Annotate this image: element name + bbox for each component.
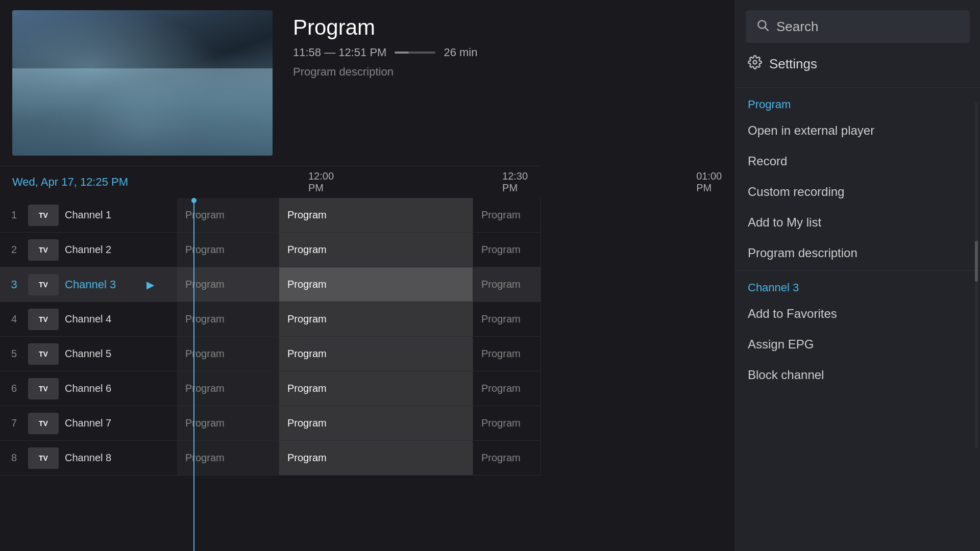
program-current-4[interactable]: Program bbox=[279, 302, 473, 336]
menu-item-program-description[interactable]: Program description bbox=[736, 238, 980, 268]
play-icon-3: ▶ bbox=[146, 279, 161, 291]
channel-name-4: Channel 4 bbox=[65, 313, 146, 325]
programs-area-7: ProgramProgramProgram bbox=[177, 406, 541, 440]
scrollbar-thumb[interactable] bbox=[975, 241, 978, 282]
channel-row-4[interactable]: 4TVChannel 4ProgramProgramProgram bbox=[0, 302, 541, 337]
panel-divider-2 bbox=[736, 270, 980, 271]
channel-name-1: Channel 1 bbox=[65, 209, 146, 221]
channel-icon-5: TV bbox=[28, 343, 59, 365]
svg-line-1 bbox=[765, 28, 768, 31]
programs-area-8: ProgramProgramProgram bbox=[177, 441, 541, 475]
menu-item-add-to-list[interactable]: Add to My list bbox=[736, 207, 980, 238]
channel-row-7[interactable]: 7TVChannel 7ProgramProgramProgram bbox=[0, 406, 541, 441]
program-time: 11:58 — 12:51 PM bbox=[293, 46, 386, 59]
program-description-top: Program description bbox=[293, 65, 478, 79]
program-current-6[interactable]: Program bbox=[279, 371, 473, 406]
program-current-5[interactable]: Program bbox=[279, 337, 473, 371]
programs-area-3: ProgramProgramProgram bbox=[177, 267, 541, 302]
program-future-5[interactable]: Program bbox=[473, 337, 541, 371]
program-past-8[interactable]: Program bbox=[177, 441, 279, 475]
channel-row-8[interactable]: 8TVChannel 8ProgramProgramProgram bbox=[0, 441, 541, 475]
menu-item-open-external[interactable]: Open in external player bbox=[736, 115, 980, 146]
channel-num-3: 3 bbox=[0, 278, 28, 291]
program-past-7[interactable]: Program bbox=[177, 406, 279, 440]
search-icon bbox=[756, 18, 769, 35]
program-future-6[interactable]: Program bbox=[473, 371, 541, 406]
channel-icon-3: TV bbox=[28, 274, 59, 295]
channel-name-8: Channel 8 bbox=[65, 452, 146, 464]
channel-row-2[interactable]: 2TVChannel 2ProgramProgramProgram bbox=[0, 233, 541, 267]
channel-num-2: 2 bbox=[0, 244, 28, 256]
channel-icon-7: TV bbox=[28, 413, 59, 434]
program-future-2[interactable]: Program bbox=[473, 233, 541, 267]
time-marker-0100: 01:00 PM bbox=[696, 170, 722, 194]
program-future-8[interactable]: Program bbox=[473, 441, 541, 475]
channel-name-3: Channel 3 bbox=[65, 278, 146, 291]
section-header-program: Program bbox=[736, 90, 980, 115]
channel-row-3[interactable]: 3TVChannel 3▶ProgramProgramProgram bbox=[0, 267, 541, 302]
program-duration: 26 min bbox=[444, 46, 477, 59]
time-marker-1200: 12:00 PM bbox=[308, 170, 334, 194]
channel-icon-6: TV bbox=[28, 378, 59, 399]
top-area: Program 11:58 — 12:51 PM 26 min Program … bbox=[0, 0, 541, 166]
time-marker-1230: 12:30 PM bbox=[502, 170, 528, 194]
programs-area-2: ProgramProgramProgram bbox=[177, 233, 541, 267]
timeline-needle bbox=[193, 198, 194, 551]
channel-num-7: 7 bbox=[0, 417, 28, 429]
search-box[interactable]: Search bbox=[746, 10, 970, 43]
menu-item-block-channel[interactable]: Block channel bbox=[736, 360, 980, 390]
current-datetime: Wed, Apr 17, 12:25 PM bbox=[12, 176, 206, 189]
programs-area-5: ProgramProgramProgram bbox=[177, 337, 541, 371]
channel-row-5[interactable]: 5TVChannel 5ProgramProgramProgram bbox=[0, 337, 541, 371]
channel-num-8: 8 bbox=[0, 452, 28, 464]
program-past-6[interactable]: Program bbox=[177, 371, 279, 406]
program-title: Program bbox=[293, 15, 478, 40]
program-future-7[interactable]: Program bbox=[473, 406, 541, 440]
program-past-3[interactable]: Program bbox=[177, 267, 279, 302]
menu-item-assign-epg[interactable]: Assign EPG bbox=[736, 329, 980, 360]
program-info: Program 11:58 — 12:51 PM 26 min Program … bbox=[293, 10, 478, 79]
channel-icon-4: TV bbox=[28, 309, 59, 330]
channel-name-6: Channel 6 bbox=[65, 383, 146, 394]
program-current-2[interactable]: Program bbox=[279, 233, 473, 267]
main-content: Program 11:58 — 12:51 PM 26 min Program … bbox=[0, 0, 541, 551]
channel-num-4: 4 bbox=[0, 313, 28, 325]
time-progress-bar bbox=[395, 52, 435, 54]
programs-area-6: ProgramProgramProgram bbox=[177, 371, 541, 406]
search-label: Search bbox=[776, 19, 818, 35]
svg-point-2 bbox=[753, 61, 757, 64]
settings-row[interactable]: Settings bbox=[736, 47, 980, 81]
menu-item-add-favorites[interactable]: Add to Favorites bbox=[736, 298, 980, 329]
menu-item-record[interactable]: Record bbox=[736, 146, 980, 177]
section-header-channel: Channel 3 bbox=[736, 273, 980, 298]
right-panel: Search Settings Program Open in external… bbox=[735, 0, 980, 551]
datetime-bar: Wed, Apr 17, 12:25 PM 12:00 PM 12:30 PM … bbox=[0, 166, 541, 198]
channel-icon-1: TV bbox=[28, 205, 59, 226]
channel-name-2: Channel 2 bbox=[65, 244, 146, 256]
channel-name-7: Channel 7 bbox=[65, 417, 146, 429]
panel-divider-1 bbox=[736, 87, 980, 88]
channel-name-5: Channel 5 bbox=[65, 348, 146, 360]
channel-row-1[interactable]: 1TVChannel 1ProgramProgramProgram bbox=[0, 198, 541, 233]
program-past-5[interactable]: Program bbox=[177, 337, 279, 371]
program-future-4[interactable]: Program bbox=[473, 302, 541, 336]
program-past-1[interactable]: Program bbox=[177, 198, 279, 232]
program-past-2[interactable]: Program bbox=[177, 233, 279, 267]
channel-num-5: 5 bbox=[0, 348, 28, 360]
channel-num-6: 6 bbox=[0, 383, 28, 394]
program-current-1[interactable]: Program bbox=[279, 198, 473, 232]
program-current-8[interactable]: Program bbox=[279, 441, 473, 475]
channel-row-6[interactable]: 6TVChannel 6ProgramProgramProgram bbox=[0, 371, 541, 406]
program-future-1[interactable]: Program bbox=[473, 198, 541, 232]
epg-grid: 1TVChannel 1ProgramProgramProgram2TVChan… bbox=[0, 198, 541, 551]
program-current-3[interactable]: Program bbox=[279, 267, 473, 302]
program-future-3[interactable]: Program bbox=[473, 267, 541, 302]
programs-area-4: ProgramProgramProgram bbox=[177, 302, 541, 336]
channel-thumbnail bbox=[12, 10, 273, 156]
channel-num-1: 1 bbox=[0, 209, 28, 221]
program-current-7[interactable]: Program bbox=[279, 406, 473, 440]
program-past-4[interactable]: Program bbox=[177, 302, 279, 336]
scrollbar[interactable] bbox=[975, 102, 978, 449]
program-time-row: 11:58 — 12:51 PM 26 min bbox=[293, 46, 478, 59]
menu-item-custom-recording[interactable]: Custom recording bbox=[736, 177, 980, 207]
